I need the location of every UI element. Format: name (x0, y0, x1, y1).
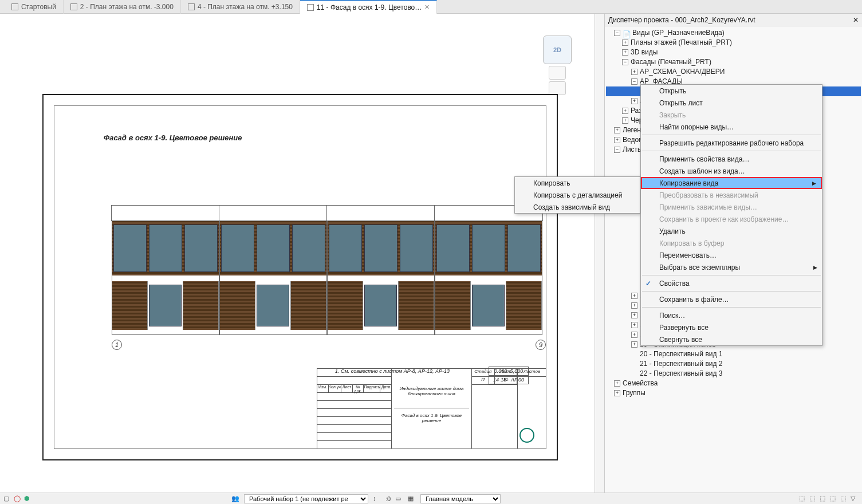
tab-label: 2 - План этажа на отм. -3.000 (80, 3, 174, 11)
project-browser-title: Диспетчер проекта - 000_Arch2_KozyrevYA.… (608, 16, 755, 24)
menu-item[interactable]: ✓Свойства (641, 277, 822, 289)
nav-tool-box[interactable] (549, 66, 566, 80)
model-selector[interactable]: Главная модель (420, 494, 501, 503)
menu-item[interactable]: Создать шаблон из вида… (641, 165, 822, 177)
tb-view-title: Фасад в осях 1-9. Цветовое решение (394, 408, 469, 423)
submenu-duplicate-view: Копировать Копировать с детализацией Соз… (514, 176, 640, 214)
tab-plan-minus3[interactable]: 2 - План этажа на отм. -3.000 (64, 0, 181, 14)
tab-plan-plus3[interactable]: 4 - План этажа на отм. +3.150 (181, 0, 300, 14)
menu-item: Применить зависимые виды… (641, 201, 822, 213)
tree-item[interactable]: +Планы этажей (Печатный_PRT) (606, 38, 861, 48)
tab-label: Стартовый (21, 3, 56, 11)
nav-tools: 2D (543, 36, 572, 97)
menu-item[interactable]: Найти опорные виды… (641, 121, 822, 133)
tb-proj-line1: Индивидуальные жилые дома (394, 386, 469, 391)
status-icon[interactable]: ▢ (3, 495, 11, 503)
menu-item: Копировать в буфер (641, 237, 822, 249)
menu-item-duplicate-detailing[interactable]: Копировать с детализацией (515, 189, 640, 201)
menu-item: Сохранить в проекте как изображение… (641, 213, 822, 225)
status-icon[interactable]: ◯ (14, 495, 22, 503)
tb-proj-line2: блокированного типа (394, 391, 469, 396)
menu-item-duplicate-dependent[interactable]: Создать зависимый вид (515, 201, 640, 213)
context-menu-view: ОткрытьОткрыть листЗакрытьНайти опорные … (640, 84, 822, 346)
status-bar: ▢ ◯ ⬢ 👥 Рабочий набор 1 (не подлежит ре … (0, 493, 862, 504)
axis-marker-right: 9 (536, 340, 546, 350)
tree-item[interactable]: 21 - Перспективный вид 2 (606, 359, 861, 369)
menu-item[interactable]: Поиск… (641, 309, 822, 321)
tree-item[interactable]: 20 - Перспективный вид 1 (606, 349, 861, 359)
filter-icon[interactable]: ▭ (395, 495, 403, 503)
close-icon[interactable]: ✕ (853, 16, 859, 24)
menu-item[interactable]: Свернуть все (641, 333, 822, 345)
scrollbar-vertical[interactable] (595, 14, 605, 493)
status-icon[interactable]: ⬢ (24, 495, 32, 503)
menu-item[interactable]: Удалить (641, 225, 822, 237)
menu-item[interactable]: Выбрать все экземпляры▶ (641, 261, 822, 273)
tree-root-views[interactable]: −📄Виды (GP_НазначениеВида) (606, 28, 861, 38)
nav-tool-home[interactable] (549, 81, 566, 95)
menu-item[interactable]: Копирование вида▶ (641, 177, 822, 189)
view-tabbar: Стартовый 2 - План этажа на отм. -3.000 … (0, 0, 862, 14)
menu-item[interactable]: Открыть (641, 85, 822, 97)
select-icon[interactable]: ⬚ (830, 495, 838, 503)
menu-item: Закрыть (641, 109, 822, 121)
tree-item[interactable]: +АР_СХЕМА_ОКНА/ДВЕРИ (606, 67, 861, 77)
model-icon[interactable]: ▦ (408, 495, 416, 503)
workset-selector[interactable]: Рабочий набор 1 (не подлежит ре (244, 494, 368, 503)
tab-facade-active[interactable]: 11 - Фасад в осях 1-9. Цветово…✕ (300, 0, 437, 14)
close-icon[interactable]: ✕ (424, 3, 430, 11)
tree-item[interactable]: +Группы (606, 388, 861, 398)
tree-item[interactable]: +3D виды (606, 48, 861, 57)
menu-item-duplicate[interactable]: Копировать (515, 177, 640, 189)
menu-item[interactable]: Открыть лист (641, 97, 822, 109)
facade-drawing (112, 192, 544, 335)
select-icon[interactable]: ⬚ (799, 495, 807, 503)
menu-item[interactable]: Развернуть все (641, 321, 822, 333)
select-icon[interactable]: ⬚ (809, 495, 817, 503)
menu-item[interactable]: Переименовать… (641, 249, 822, 261)
axis-marker-left: 1 (112, 340, 122, 350)
select-icon[interactable]: ⬚ (840, 495, 848, 503)
tab-label: 11 - Фасад в осях 1-9. Цветово… (317, 3, 422, 11)
tree-item[interactable]: 22 - Перспективный вид 3 (606, 369, 861, 379)
tab-start[interactable]: Стартовый (5, 0, 64, 14)
menu-item: Преобразовать в независимый (641, 189, 822, 201)
sheet-frame: Фасад в осях 1-9. Цветовое решение (54, 105, 546, 449)
status-zero: :0 (385, 495, 391, 502)
view-cube[interactable]: 2D (543, 36, 572, 64)
tree-item[interactable]: +Семейства (606, 379, 861, 388)
drawing-title: Фасад в осях 1-9. Цветовое решение (104, 133, 242, 142)
sync-icon[interactable]: ↕ (373, 495, 381, 503)
menu-item[interactable]: Применить свойства вида… (641, 153, 822, 165)
menu-item[interactable]: Разрешить редактирование рабочего набора (641, 137, 822, 149)
project-browser-header: Диспетчер проекта - 000_Arch2_KozyrevYA.… (605, 14, 862, 26)
titleblock: Изм. Кол.уч Лист № док. Подпись Дата Инд… (317, 368, 546, 448)
drawing-sheet: Фасад в осях 1-9. Цветовое решение (42, 94, 558, 460)
select-icon[interactable]: ⬚ (820, 495, 828, 503)
drawing-canvas[interactable]: 2D Фасад в осях 1-9. Цветовое решение (0, 14, 595, 493)
workset-icon[interactable]: 👥 (231, 495, 239, 503)
stamp-icon (519, 428, 534, 443)
menu-item[interactable]: Сохранить в файле… (641, 293, 822, 305)
tab-label: 4 - План этажа на отм. +3.150 (198, 3, 293, 11)
tree-item[interactable]: −Фасады (Печатный_PRT) (606, 57, 861, 67)
filter-icon[interactable]: ▽ (851, 495, 859, 503)
